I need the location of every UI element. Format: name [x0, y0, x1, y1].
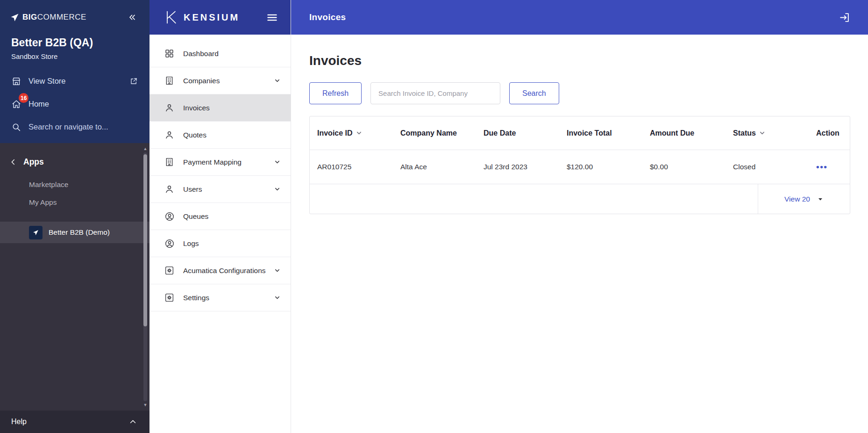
controls-row: Refresh Search — [309, 82, 850, 104]
apps-header-label: Apps — [23, 157, 44, 167]
chevron-down-icon — [274, 159, 280, 165]
table-cell: $120.00 — [559, 150, 642, 184]
person-icon — [164, 130, 175, 140]
sidebar-collapse-button[interactable] — [127, 12, 137, 22]
home-item[interactable]: 16 Home — [0, 93, 149, 115]
kensium-logo: KENSIUM — [164, 10, 240, 25]
notification-badge: 16 — [19, 93, 28, 103]
active-app-item[interactable]: Better B2B (Demo) — [0, 222, 149, 243]
nav-item-settings[interactable]: Settings — [149, 284, 291, 311]
gear-icon — [164, 293, 175, 303]
person-circle-icon — [164, 211, 175, 222]
store-icon — [11, 76, 21, 87]
nav-item-dashboard[interactable]: Dashboard — [149, 40, 291, 67]
apps-link-my-apps[interactable]: My Apps — [0, 194, 149, 211]
topbar-title: Invoices — [309, 12, 346, 22]
apps-panel: Apps MarketplaceMy Apps Better B2B (Demo… — [0, 143, 149, 411]
table-cell: AR010725 — [310, 150, 393, 184]
nav-item-users[interactable]: Users — [149, 176, 291, 203]
app-root: BIGCOMMERCE Better B2B (QA) Sandbox Stor… — [0, 0, 868, 433]
person-circle-icon — [164, 238, 175, 249]
invoices-table: Invoice IDCompany NameDue DateInvoice To… — [310, 116, 850, 184]
apps-links: MarketplaceMy Apps — [0, 176, 149, 211]
nav-item-quotes[interactable]: Quotes — [149, 122, 291, 149]
global-search-item[interactable]: Search or navigate to... — [0, 115, 149, 138]
nav-item-label: Invoices — [183, 104, 210, 112]
table-cell: Jul 23rd 2023 — [476, 150, 559, 184]
page-size-selector[interactable]: View 20 — [758, 184, 850, 214]
chevron-down-icon — [274, 78, 280, 84]
nav-item-label: Companies — [183, 77, 220, 85]
nav-item-acumatica-configurations[interactable]: Acumatica Configurations — [149, 257, 291, 284]
search-input[interactable] — [370, 82, 500, 104]
nav-item-label: Logs — [183, 239, 199, 248]
table-row: AR010725Alta AceJul 23rd 2023$120.00$0.0… — [310, 150, 850, 184]
nav-item-invoices[interactable]: Invoices — [149, 94, 291, 122]
help-bar[interactable]: Help — [0, 411, 149, 433]
column-header-label: Amount Due — [650, 129, 694, 137]
search-icon — [11, 122, 21, 132]
table-cell: Alta Ace — [393, 150, 476, 184]
nav-item-companies[interactable]: Companies — [149, 67, 291, 94]
sidebar-scrollbar: ▲ ▼ — [142, 146, 148, 408]
search-button[interactable]: Search — [509, 82, 559, 104]
column-header-action: Action — [809, 116, 850, 150]
topbar: Invoices — [291, 0, 868, 35]
kensium-brand-text: KENSIUM — [184, 12, 240, 23]
nav-item-queues[interactable]: Queues — [149, 203, 291, 230]
nav-item-label: Users — [183, 185, 202, 194]
apps-back-header[interactable]: Apps — [0, 151, 149, 173]
column-header-status[interactable]: Status — [726, 116, 809, 150]
nav-item-label: Settings — [183, 294, 209, 302]
view-count-label: View 20 — [784, 195, 810, 203]
logout-button[interactable] — [839, 12, 850, 23]
kensium-nav: DashboardCompaniesInvoicesQuotesPayment … — [149, 35, 291, 311]
column-header-invoice-id[interactable]: Invoice ID — [310, 116, 393, 150]
bigcommerce-logo: BIGCOMMERCE — [10, 13, 86, 22]
apps-link-marketplace[interactable]: Marketplace — [0, 176, 149, 194]
store-info: Better B2B (QA) Sandbox Store — [0, 35, 149, 70]
row-actions-button[interactable]: ••• — [816, 162, 827, 172]
hamburger-menu-button[interactable] — [266, 11, 278, 24]
table-footer: View 20 — [310, 184, 850, 214]
column-header-label: Invoice Total — [567, 129, 612, 137]
store-type: Sandbox Store — [11, 52, 138, 60]
table-cell-action: ••• — [809, 150, 850, 184]
scrollbar-up-arrow-icon[interactable]: ▲ — [142, 146, 148, 152]
table-cell: $0.00 — [642, 150, 726, 184]
nav-item-label: Payment Mapping — [183, 158, 242, 166]
help-label: Help — [11, 418, 27, 426]
chevron-down-icon — [274, 186, 280, 192]
view-store-label: View Store — [28, 77, 66, 86]
nav-item-payment-mapping[interactable]: Payment Mapping — [149, 149, 291, 176]
column-header-label: Company Name — [400, 129, 457, 137]
column-header-amount-due: Amount Due — [642, 116, 726, 150]
bigcommerce-nav: View Store 16 Home Search or navigate to… — [0, 70, 149, 138]
column-header-company-name: Company Name — [393, 116, 476, 150]
scrollbar-thumb[interactable] — [143, 154, 147, 326]
dashboard-icon — [164, 49, 175, 58]
person-icon — [164, 103, 175, 113]
external-link-icon — [129, 77, 138, 86]
refresh-button[interactable]: Refresh — [309, 82, 362, 104]
kensium-sidebar: KENSIUM DashboardCompaniesInvoicesQuotes… — [149, 0, 291, 433]
nav-item-logs[interactable]: Logs — [149, 230, 291, 257]
global-search-label: Search or navigate to... — [28, 123, 108, 131]
chevron-down-icon — [817, 196, 824, 202]
column-header-due-date: Due Date — [476, 116, 559, 150]
column-header-label: Action — [816, 129, 840, 137]
nav-item-label: Acumatica Configurations — [183, 267, 266, 275]
hamburger-icon — [266, 11, 278, 24]
invoices-table-card: Invoice IDCompany NameDue DateInvoice To… — [309, 116, 850, 214]
chevron-down-icon — [274, 295, 280, 301]
scrollbar-down-arrow-icon[interactable]: ▼ — [142, 402, 148, 408]
sort-chevron-icon — [356, 130, 362, 136]
column-header-label: Due Date — [484, 129, 516, 137]
home-label: Home — [28, 100, 49, 108]
chevron-down-icon — [274, 267, 280, 274]
content: Invoices Refresh Search Invoice IDCompan… — [291, 35, 868, 214]
column-header-invoice-total: Invoice Total — [559, 116, 642, 150]
sort-chevron-icon — [759, 130, 765, 136]
bigcommerce-logo-text: BIGCOMMERCE — [22, 13, 86, 22]
view-store-item[interactable]: View Store — [0, 70, 149, 93]
